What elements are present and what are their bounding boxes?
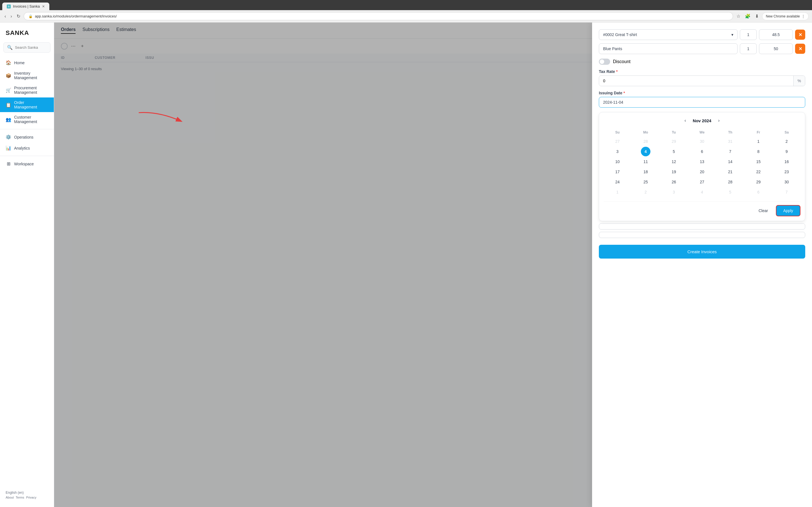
cal-day-17-nov[interactable]: 17 — [613, 167, 622, 177]
back-button[interactable]: ‹ — [3, 13, 7, 20]
refresh-button[interactable]: ↻ — [15, 12, 21, 20]
cal-day-31-oct[interactable]: 31 — [725, 136, 735, 146]
remove-product-2-button[interactable]: ✕ — [795, 44, 805, 54]
cal-day-6-nov[interactable]: 6 — [697, 147, 707, 156]
calendar-grid: Su Mo Tu We Th Fr Sa 27 28 29 30 31 1 2 — [604, 129, 801, 197]
sidebar-item-analytics[interactable]: 📊 Analytics — [0, 143, 54, 154]
discount-toggle[interactable] — [599, 59, 610, 65]
day-header-sa: Sa — [773, 129, 801, 136]
forward-button[interactable]: › — [9, 13, 13, 20]
browser-tab[interactable]: S Invoices | Sanka ✕ — [2, 3, 49, 10]
about-link[interactable]: About — [6, 496, 14, 499]
close-tab-button[interactable]: ✕ — [42, 4, 45, 8]
cal-day-2-dec[interactable]: 2 — [641, 187, 651, 197]
product-select-1[interactable]: #0002 Great T-shirt ▾ — [599, 29, 738, 40]
cal-day-27-nov[interactable]: 27 — [697, 177, 707, 187]
product-qty-2[interactable] — [740, 43, 757, 54]
inventory-icon: 📦 — [6, 73, 11, 78]
sidebar-item-customer[interactable]: 👥 Customer Management — [0, 112, 54, 127]
cal-day-4-nov[interactable]: 4 — [641, 147, 651, 156]
cal-day-30-oct[interactable]: 30 — [697, 136, 707, 146]
sidebar-item-workspace[interactable]: ⊞ Workspace — [0, 158, 54, 169]
tax-rate-input[interactable] — [599, 76, 794, 86]
analytics-icon: 📊 — [6, 145, 11, 151]
chrome-menu-icon: ⋮ — [802, 14, 805, 18]
address-bar[interactable]: 🔒 app.sanka.io/modules/ordermanagement/i… — [24, 12, 733, 20]
terms-link[interactable]: Terms — [16, 496, 24, 499]
sidebar-item-home[interactable]: 🏠 Home — [0, 57, 54, 68]
placeholder-field-1[interactable] — [599, 223, 805, 230]
cal-day-20-nov[interactable]: 20 — [697, 167, 707, 177]
cal-day-2-nov[interactable]: 2 — [782, 136, 792, 146]
sidebar-item-procurement[interactable]: 🛒 Procurement Management — [0, 83, 54, 98]
cal-day-27-oct[interactable]: 27 — [613, 136, 622, 146]
cal-day-9-nov[interactable]: 9 — [782, 147, 792, 156]
cal-day-1-dec[interactable]: 1 — [613, 187, 622, 197]
issuing-date-input[interactable] — [599, 97, 805, 108]
product-name-2: Blue Pants — [603, 47, 622, 51]
product-row-1: #0002 Great T-shirt ▾ ✕ — [599, 29, 805, 40]
sidebar-item-operations[interactable]: ⚙️ Operations — [0, 131, 54, 143]
cal-day-11-nov[interactable]: 11 — [641, 157, 651, 166]
cal-day-30-nov[interactable]: 30 — [782, 177, 792, 187]
cal-day-18-nov[interactable]: 18 — [641, 167, 651, 177]
cal-day-24-nov[interactable]: 24 — [613, 177, 622, 187]
apply-button[interactable]: Apply — [776, 205, 801, 216]
cal-day-7-nov[interactable]: 7 — [725, 147, 735, 156]
calendar-month-year: Nov 2024 — [693, 118, 711, 123]
sidebar-item-label: Operations — [14, 135, 33, 139]
cal-day-23-nov[interactable]: 23 — [782, 167, 792, 177]
clear-button[interactable]: Clear — [753, 205, 774, 216]
cal-day-22-nov[interactable]: 22 — [754, 167, 763, 177]
remove-product-1-button[interactable]: ✕ — [795, 30, 805, 40]
cal-day-1-nov[interactable]: 1 — [754, 136, 763, 146]
cal-day-3-dec[interactable]: 3 — [669, 187, 679, 197]
product-price-1[interactable] — [759, 29, 793, 40]
cal-day-8-nov[interactable]: 8 — [754, 147, 763, 156]
cal-day-6-dec[interactable]: 6 — [754, 187, 763, 197]
cal-day-7-dec[interactable]: 7 — [782, 187, 792, 197]
discount-label: Discount — [613, 59, 630, 64]
privacy-link[interactable]: Privacy — [26, 496, 36, 499]
home-icon: 🏠 — [6, 60, 11, 65]
cal-day-16-nov[interactable]: 16 — [782, 157, 792, 166]
calendar-prev-button[interactable]: ‹ — [682, 117, 688, 124]
cal-day-28-oct[interactable]: 28 — [641, 136, 651, 146]
cal-day-5-nov[interactable]: 5 — [669, 147, 679, 156]
placeholder-field-2[interactable] — [599, 232, 805, 238]
sidebar-item-label: Inventory Management — [14, 71, 48, 80]
create-invoices-button[interactable]: Create Invoices — [599, 245, 805, 259]
cal-day-14-nov[interactable]: 14 — [725, 157, 735, 166]
sidebar-footer: English (en) About Terms Privacy — [0, 487, 54, 503]
cal-day-26-nov[interactable]: 26 — [669, 177, 679, 187]
language-label[interactable]: English (en) — [6, 491, 48, 495]
cal-day-10-nov[interactable]: 10 — [613, 157, 622, 166]
cal-day-19-nov[interactable]: 19 — [669, 167, 679, 177]
extensions-button[interactable]: 🧩 — [744, 12, 752, 20]
new-chrome-button[interactable]: New Chrome available ⋮ — [762, 12, 809, 20]
day-header-we: We — [688, 129, 716, 136]
sidebar-item-inventory[interactable]: 📦 Inventory Management — [0, 68, 54, 83]
cal-day-5-dec[interactable]: 5 — [725, 187, 735, 197]
cal-day-4-dec[interactable]: 4 — [697, 187, 707, 197]
cal-day-3-nov[interactable]: 3 — [613, 147, 622, 156]
url-text: app.sanka.io/modules/ordermanagement/inv… — [35, 14, 728, 18]
product-price-2[interactable] — [759, 43, 793, 54]
product-select-2[interactable]: Blue Pants — [599, 43, 738, 54]
cal-day-29-oct[interactable]: 29 — [669, 136, 679, 146]
cal-day-25-nov[interactable]: 25 — [641, 177, 651, 187]
calendar-next-button[interactable]: › — [716, 117, 722, 124]
download-button[interactable]: ⬇ — [754, 12, 760, 20]
cal-day-12-nov[interactable]: 12 — [669, 157, 679, 166]
cal-day-28-nov[interactable]: 28 — [725, 177, 735, 187]
search-box[interactable]: 🔍 — [3, 42, 50, 53]
cal-day-13-nov[interactable]: 13 — [697, 157, 707, 166]
product-qty-1[interactable] — [740, 29, 757, 40]
sidebar-item-order[interactable]: 📋 Order Management — [0, 98, 54, 112]
cal-day-15-nov[interactable]: 15 — [754, 157, 763, 166]
search-input[interactable] — [15, 45, 47, 50]
cal-day-21-nov[interactable]: 21 — [725, 167, 735, 177]
bookmark-button[interactable]: ☆ — [735, 12, 742, 20]
day-header-su: Su — [604, 129, 631, 136]
cal-day-29-nov[interactable]: 29 — [754, 177, 763, 187]
